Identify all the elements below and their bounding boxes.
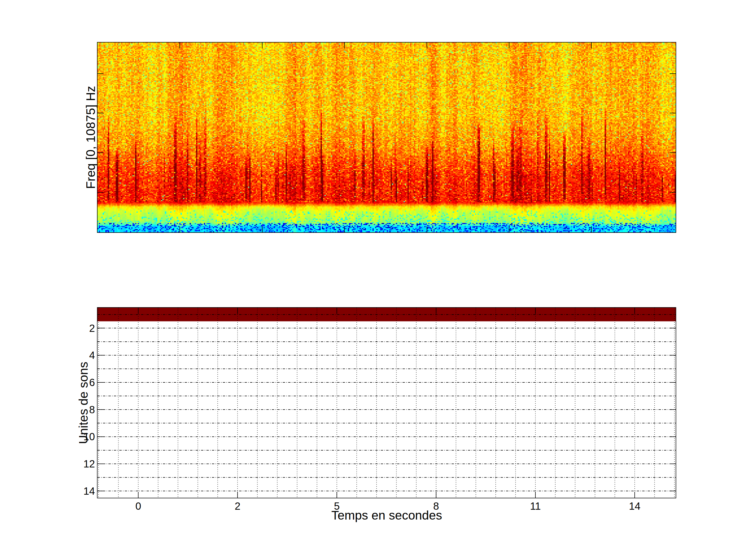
spectrogram-ylabel: Freq [0, 10875] Hz [84, 34, 97, 241]
matlab-figure: Freq [0, 10875] Hz Unites de sons Temps … [0, 0, 747, 560]
x-tick-label: 5 [316, 501, 358, 511]
units-plot-grid [98, 308, 676, 498]
y-tick-label: 6 [43, 377, 95, 388]
y-tick-label: 2 [43, 323, 95, 334]
x-tick-label: 14 [614, 501, 655, 511]
units-plot [97, 307, 676, 498]
y-tick-label: 12 [43, 459, 95, 469]
x-tick-label: 2 [217, 501, 258, 511]
y-tick-label: 14 [43, 486, 95, 496]
units-plot-xlabel: Temps en secondes [283, 508, 490, 523]
spectrogram-plot [97, 42, 676, 233]
y-tick-label: 4 [43, 350, 95, 361]
x-tick-label: 8 [415, 501, 457, 511]
y-tick-label: 8 [43, 404, 95, 415]
x-tick-label: 0 [118, 501, 159, 511]
x-tick-label: 11 [515, 501, 556, 511]
y-tick-label: 10 [43, 431, 95, 442]
spectrogram-image [98, 43, 676, 232]
